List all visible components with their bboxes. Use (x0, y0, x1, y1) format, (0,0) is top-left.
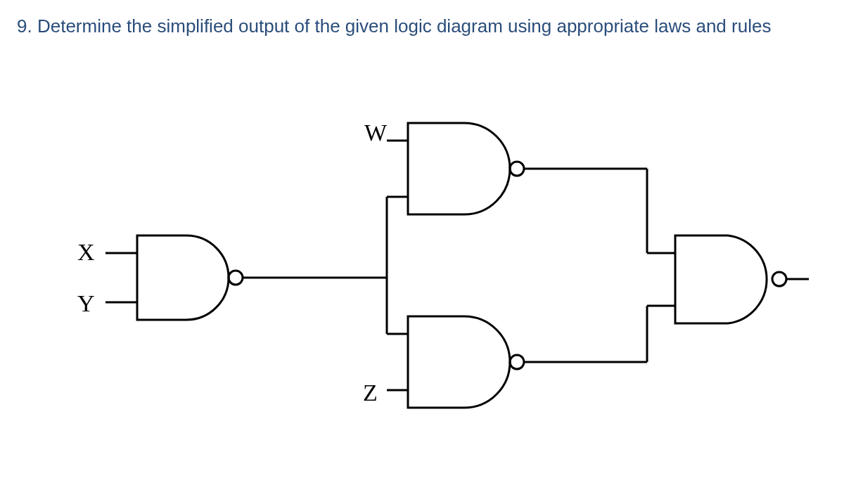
svg-point-9 (772, 272, 786, 286)
svg-point-3 (510, 162, 524, 176)
svg-point-6 (510, 355, 524, 369)
question-container: 9. Determine the simplified output of th… (0, 0, 844, 60)
gate-nand-2 (387, 123, 524, 214)
svg-point-0 (229, 271, 243, 285)
gate-nand-1 (106, 235, 243, 320)
circuit-svg (35, 70, 809, 471)
question-text: 9. Determine the simplified output of th… (17, 13, 827, 40)
question-number: 9. (17, 15, 32, 37)
logic-diagram: W X Y Z (35, 70, 809, 471)
gate-nand-3 (387, 316, 524, 408)
gate-nand-4 (647, 235, 809, 323)
question-body: Determine the simplified output of the g… (37, 15, 771, 37)
